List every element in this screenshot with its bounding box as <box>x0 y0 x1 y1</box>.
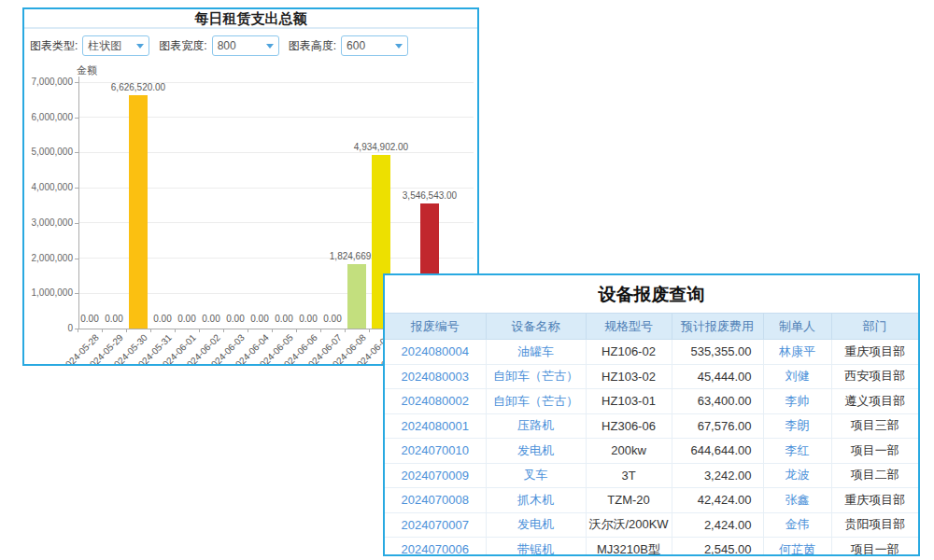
y-axis <box>78 77 79 329</box>
equipment-name-link[interactable]: 压路机 <box>486 413 586 439</box>
scrap-cost-cell: 644,644.00 <box>672 439 763 464</box>
scrap-number-link[interactable]: 2024080001 <box>385 413 486 439</box>
department-cell: 重庆项目部 <box>831 340 918 365</box>
y-tick-label: 7,000,000 <box>24 77 73 87</box>
chart-bar[interactable] <box>129 95 148 329</box>
scrap-cost-cell: 2,424.00 <box>672 512 763 538</box>
creator-link[interactable]: 刘健 <box>763 364 831 389</box>
x-tick <box>126 329 127 332</box>
scrap-cost-cell: 2,545.00 <box>672 538 763 557</box>
x-tick <box>150 329 151 332</box>
scrap-query-panel: 设备报废查询 报废编号设备名称规格型号预计报废费用制单人部门 202408000… <box>383 273 920 556</box>
scrap-number-link[interactable]: 2024070008 <box>385 488 486 513</box>
creator-link[interactable]: 龙波 <box>763 463 831 488</box>
creator-link[interactable]: 李帅 <box>763 389 831 414</box>
creator-link[interactable]: 金伟 <box>763 512 831 538</box>
equipment-name-link[interactable]: 发电机 <box>486 439 586 464</box>
scrap-number-link[interactable]: 2024080003 <box>385 364 486 389</box>
department-cell: 项目二部 <box>831 463 918 488</box>
table-title: 设备报废查询 <box>385 275 918 313</box>
column-header: 设备名称 <box>486 314 586 340</box>
department-cell: 项目一部 <box>831 538 918 557</box>
table-row: 2024080004油罐车HZ106-02535,355.00林康平重庆项目部 <box>385 340 918 365</box>
column-header: 制单人 <box>763 314 831 340</box>
x-tick <box>78 329 78 332</box>
spec-model-cell: HZ106-02 <box>586 340 672 365</box>
bar-value-label: 4,934,902.00 <box>339 142 423 152</box>
scrap-number-link[interactable]: 2024080004 <box>385 340 486 365</box>
x-tick <box>223 329 224 332</box>
equipment-name-link[interactable]: 带锯机 <box>486 538 586 557</box>
scrap-cost-cell: 3,242.00 <box>672 463 763 488</box>
department-cell: 遵义项目部 <box>831 389 918 414</box>
creator-link[interactable]: 林康平 <box>763 340 831 365</box>
scrap-number-link[interactable]: 2024080002 <box>385 389 486 414</box>
department-cell: 重庆项目部 <box>831 488 918 513</box>
spec-model-cell: 沃尔沃/200KW <box>586 512 672 538</box>
x-tick <box>102 329 103 332</box>
table-row: 2024070009叉车3T3,242.00龙波项目二部 <box>385 463 918 488</box>
x-tick <box>272 329 273 332</box>
table-row: 2024070007发电机沃尔沃/200KW2,424.00金伟贵阳项目部 <box>385 512 918 538</box>
scrap-cost-cell: 67,576.00 <box>672 413 763 439</box>
column-header: 报废编号 <box>385 314 486 340</box>
spec-model-cell: 200kw <box>586 439 672 464</box>
x-tick <box>248 329 248 332</box>
y-tick-label: 5,000,000 <box>24 147 73 157</box>
x-tick <box>369 329 370 332</box>
y-tick-label: 6,000,000 <box>24 112 73 122</box>
spec-model-cell: MJ3210B型 <box>586 538 672 557</box>
department-cell: 项目三部 <box>831 413 918 439</box>
spec-model-cell: HZ103-02 <box>586 364 672 389</box>
table-row: 2024070006带锯机MJ3210B型2,545.00何芷茵项目一部 <box>385 538 918 557</box>
spec-model-cell: HZ103-01 <box>586 389 672 414</box>
creator-link[interactable]: 李朗 <box>763 413 831 439</box>
department-cell: 贵阳项目部 <box>831 512 918 538</box>
x-tick <box>296 329 297 332</box>
y-tick-label: 1,000,000 <box>24 287 73 298</box>
equipment-name-link[interactable]: 自卸车（芒古） <box>486 364 586 389</box>
equipment-name-link[interactable]: 自卸车（芒古） <box>486 389 586 414</box>
department-cell: 项目一部 <box>831 439 918 464</box>
equipment-name-link[interactable]: 油罐车 <box>486 340 586 365</box>
y-tick-label: 2,000,000 <box>24 253 73 263</box>
column-header: 部门 <box>831 314 918 340</box>
equipment-name-link[interactable]: 抓木机 <box>486 488 586 513</box>
scrap-number-link[interactable]: 2024070010 <box>385 439 486 464</box>
creator-link[interactable]: 张鑫 <box>763 488 831 513</box>
x-tick <box>175 329 176 332</box>
scrap-cost-cell: 535,355.00 <box>672 340 763 365</box>
table-row: 2024080002自卸车（芒古）HZ103-0163,400.00李帅遵义项目… <box>385 389 918 414</box>
bar-value-label: 3,546,543.00 <box>388 190 472 201</box>
scrap-cost-cell: 42,424.00 <box>672 488 763 513</box>
equipment-name-link[interactable]: 发电机 <box>486 512 586 538</box>
creator-link[interactable]: 何芷茵 <box>763 538 831 557</box>
scrap-table: 报废编号设备名称规格型号预计报废费用制单人部门 2024080004油罐车HZ1… <box>385 313 918 556</box>
y-axis-title: 金额 <box>77 63 97 77</box>
table-row: 2024080003自卸车（芒古）HZ103-0245,444.00刘健西安项目… <box>385 364 918 389</box>
equipment-name-link[interactable]: 叉车 <box>486 463 586 488</box>
scrap-cost-cell: 45,444.00 <box>672 364 763 389</box>
bar-value-label: 6,626,520.00 <box>96 82 180 92</box>
creator-link[interactable]: 李红 <box>763 439 831 464</box>
column-header: 预计报废费用 <box>672 314 763 340</box>
spec-model-cell: TZM-20 <box>586 488 672 513</box>
scrap-number-link[interactable]: 2024070007 <box>385 512 486 538</box>
scrap-number-link[interactable]: 2024070006 <box>385 538 486 557</box>
table-header-row: 报废编号设备名称规格型号预计报废费用制单人部门 <box>385 314 918 340</box>
table-row: 2024080001压路机HZ306-0667,576.00李朗项目三部 <box>385 413 918 439</box>
y-tick-label: 0 <box>24 323 73 333</box>
spec-model-cell: 3T <box>586 463 672 488</box>
table-row: 2024070010发电机200kw644,644.00李红项目一部 <box>385 439 918 464</box>
x-tick <box>199 329 200 332</box>
department-cell: 西安项目部 <box>831 364 918 389</box>
x-tick <box>320 329 321 332</box>
scrap-cost-cell: 63,400.00 <box>672 389 763 414</box>
y-tick-label: 3,000,000 <box>24 217 73 228</box>
table-row: 2024070008抓木机TZM-2042,424.00张鑫重庆项目部 <box>385 488 918 513</box>
x-tick <box>345 329 346 332</box>
spec-model-cell: HZ306-06 <box>586 413 672 439</box>
y-tick-label: 4,000,000 <box>24 182 73 192</box>
column-header: 规格型号 <box>586 314 672 340</box>
scrap-number-link[interactable]: 2024070009 <box>385 463 486 488</box>
